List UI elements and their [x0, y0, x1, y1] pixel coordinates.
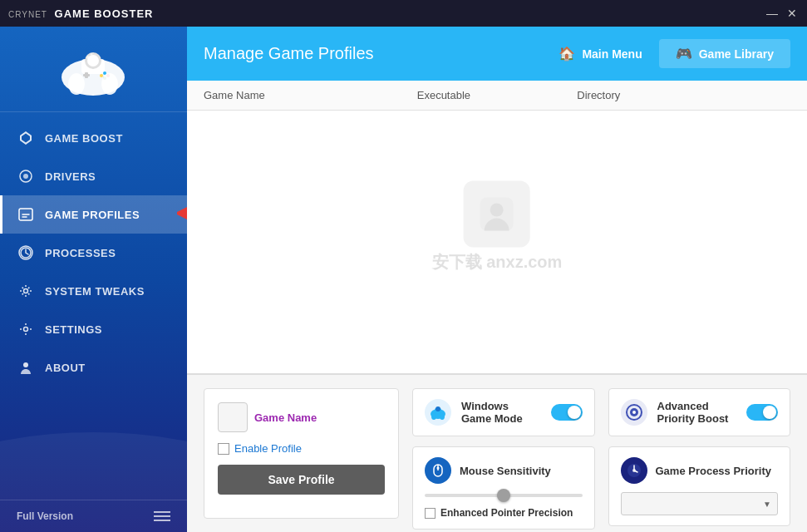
main-menu-label: Main Menu [582, 47, 642, 61]
sidebar-item-drivers[interactable]: DRIVERS [0, 157, 187, 195]
game-library-label: Game Library [699, 47, 774, 61]
controller-icon [58, 42, 129, 96]
svg-point-36 [632, 469, 636, 472]
windows-game-mode-toggle[interactable] [551, 404, 583, 421]
watermark-overlay: 安下载 anxz.com [432, 181, 563, 273]
advanced-priority-boost-card: Advanced Priority Boost [608, 388, 791, 436]
bottom-panel: Game Name Enable Profile Save Profile [187, 374, 807, 532]
brand-name: CRYNET GAME BOOSTER [8, 7, 153, 20]
svg-point-27 [431, 413, 436, 420]
table-header: Game Name Executable Directory [187, 81, 807, 111]
game-mode-icon [425, 399, 451, 426]
sidebar-label-game-boost: GAME BOOST [45, 132, 123, 145]
svg-point-13 [91, 52, 93, 55]
main-menu-button[interactable]: 🏠 Main Menu [542, 39, 658, 68]
priority-header: Game Process Priority [621, 457, 779, 484]
col-directory: Directory [577, 89, 790, 101]
logo-area [0, 27, 187, 112]
system-tweaks-icon [17, 282, 35, 300]
pointer-precision-label: Enhanced Pointer Precision [440, 507, 573, 519]
col-executable: Executable [417, 89, 578, 101]
sidebar-label-settings: SETTINGS [45, 323, 102, 336]
watermark-icon [464, 181, 530, 248]
svg-point-34 [632, 411, 636, 414]
priority-select[interactable]: Normal Above Normal High Realtime [621, 492, 779, 515]
svg-point-12 [86, 56, 90, 59]
save-profile-button[interactable]: Save Profile [218, 465, 385, 495]
enable-profile-row: Enable Profile [218, 442, 385, 455]
enable-profile-checkbox[interactable] [218, 443, 229, 455]
profile-form: Game Name Enable Profile Save Profile [204, 388, 399, 519]
pointer-precision-row: Enhanced Pointer Precision [425, 507, 583, 519]
svg-point-11 [101, 73, 118, 95]
sensitivity-slider-thumb[interactable] [497, 489, 510, 502]
svg-point-21 [23, 362, 28, 367]
advanced-priority-boost-toggle[interactable] [746, 404, 778, 421]
sidebar-label-about: ABOUT [45, 362, 86, 374]
table-area: Game Name Executable Directory 安下载 anxz.… [187, 81, 807, 374]
sidebar-label-system-tweaks: SYSTEM TWEAKS [45, 285, 145, 298]
mouse-sensitivity-card: Mouse Sensitivity Enhanced Pointer Preci… [412, 446, 595, 530]
left-toggle-column: Windows Game Mode [412, 388, 595, 519]
app-brand: CRYNET GAME BOOSTER [8, 7, 153, 20]
app-container: GAME BOOST DRIVERS GAME PROFILES [0, 27, 807, 532]
enable-profile-label: Enable Profile [234, 442, 302, 455]
sidebar-label-drivers: DRIVERS [45, 170, 96, 183]
advanced-priority-boost-label: Advanced Priority Boost [657, 400, 737, 425]
minimize-button[interactable]: — [765, 7, 779, 20]
priority-select-wrapper: Normal Above Normal High Realtime [621, 492, 779, 515]
game-process-priority-label: Game Process Priority [656, 465, 771, 477]
game-name-label: Game Name [254, 411, 317, 424]
settings-icon [17, 320, 35, 338]
game-name-row: Game Name [218, 402, 385, 432]
version-label: Full Version [17, 510, 73, 522]
home-icon: 🏠 [559, 46, 575, 62]
title-bar: CRYNET GAME BOOSTER — ✕ [0, 0, 807, 27]
main-content: Manage Game Profiles 🏠 Main Menu 🎮 Game … [187, 27, 807, 532]
svg-point-28 [440, 413, 445, 420]
svg-point-19 [24, 289, 28, 293]
game-icon-placeholder [218, 402, 248, 432]
watermark-text: 安下载 anxz.com [432, 251, 563, 273]
svg-point-9 [100, 74, 103, 77]
game-process-priority-card: Game Process Priority Normal Above Norma… [608, 446, 791, 526]
svg-point-10 [68, 73, 85, 95]
hamburger-button[interactable] [154, 511, 170, 521]
mouse-sensitivity-label: Mouse Sensitivity [460, 465, 551, 477]
game-library-button[interactable]: 🎮 Game Library [659, 39, 790, 68]
svg-rect-22 [480, 198, 514, 231]
processes-icon [17, 244, 35, 262]
svg-point-31 [437, 467, 440, 470]
top-bar: Manage Game Profiles 🏠 Main Menu 🎮 Game … [187, 27, 807, 81]
sens-header: Mouse Sensitivity [425, 457, 583, 484]
col-game-name: Game Name [204, 89, 417, 101]
sidebar-footer: Full Version [0, 500, 187, 532]
game-boost-icon [17, 129, 35, 147]
mouse-icon [425, 457, 451, 484]
sidebar-item-system-tweaks[interactable]: SYSTEM TWEAKS [0, 272, 187, 310]
svg-point-26 [435, 406, 440, 411]
close-button[interactable]: ✕ [785, 7, 799, 20]
pointer-precision-checkbox[interactable] [425, 508, 435, 519]
svg-point-23 [490, 204, 504, 217]
sidebar-item-processes[interactable]: PROCESSES [0, 234, 187, 272]
sidebar-item-game-boost[interactable]: GAME BOOST [0, 119, 187, 157]
windows-game-mode-card: Windows Game Mode [412, 388, 595, 436]
sidebar-label-game-profiles: GAME PROFILES [45, 209, 140, 221]
toggle-cards: Windows Game Mode [412, 388, 790, 519]
app-logo [57, 40, 131, 98]
controller-nav-icon: 🎮 [676, 46, 692, 62]
sidebar-item-about[interactable]: ABOUT [0, 348, 187, 387]
sidebar-item-settings[interactable]: SETTINGS [0, 310, 187, 348]
about-icon [17, 358, 35, 377]
window-controls: — ✕ [765, 7, 799, 20]
arrow-indicator [177, 202, 187, 225]
sensitivity-slider-track[interactable] [425, 494, 583, 497]
sidebar: GAME BOOST DRIVERS GAME PROFILES [0, 27, 187, 532]
top-nav: 🏠 Main Menu 🎮 Game Library [542, 39, 790, 68]
sidebar-label-processes: PROCESSES [45, 247, 116, 259]
sidebar-item-game-profiles[interactable]: GAME PROFILES [0, 195, 187, 234]
drivers-icon [17, 167, 35, 185]
priority-boost-icon [621, 399, 647, 426]
right-toggle-column: Advanced Priority Boost [608, 388, 791, 519]
